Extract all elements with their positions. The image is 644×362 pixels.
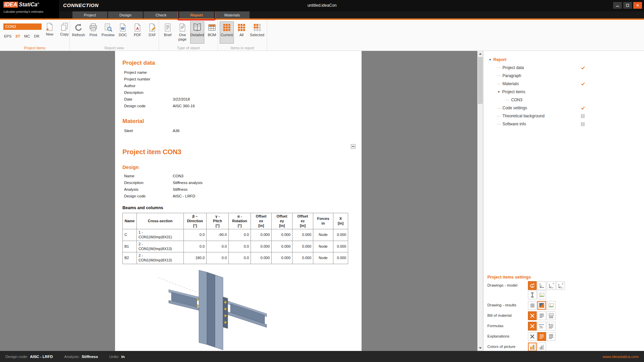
table-cell: 1 - CON1(W(Imp)8X31) — [137, 229, 184, 241]
close-icon — [636, 4, 639, 7]
axonometry-z-icon[interactable]: Z — [556, 281, 565, 290]
chart-gray-icon[interactable] — [537, 343, 546, 351]
info-row: Design codeAISC - LRFD — [122, 193, 354, 199]
ribbon-group-type-of-report: BriefOne pageDetailedBOM Type of report — [159, 20, 218, 51]
list-detailed-icon[interactable] — [547, 332, 555, 341]
tab-project[interactable]: Project — [72, 11, 107, 18]
tree-item-paragraph[interactable]: Paragraph — [483, 72, 644, 80]
app-root: IDEAStatiCa® Calculate yesterday's estim… — [0, 0, 644, 362]
tree-connector — [497, 76, 501, 76]
new-button[interactable]: New — [43, 21, 57, 43]
table-cell: 0.000 — [333, 229, 348, 241]
type-button-eps[interactable]: EPS — [4, 34, 11, 38]
selected-button[interactable]: Selected — [249, 21, 265, 44]
table-cell: 0.000 — [292, 252, 313, 264]
none-icon[interactable] — [528, 311, 537, 320]
picture-icon[interactable] — [537, 291, 546, 299]
print-button[interactable]: Print — [86, 21, 100, 44]
tree-item-project-items[interactable]: ▾Project items — [483, 88, 644, 96]
axonometry-icon[interactable] — [537, 281, 546, 290]
colored-result-icon[interactable] — [537, 301, 546, 310]
tab-materials[interactable]: Materials — [215, 11, 250, 18]
section-title-design: Design — [122, 165, 354, 170]
items-in-report-buttons: CurrentAllSelected — [219, 20, 265, 44]
pdf-button[interactable]: APDF — [130, 21, 145, 44]
scroll-down-icon[interactable] — [478, 345, 483, 351]
type-button-mc[interactable]: MC — [24, 34, 30, 38]
scrollbar-thumb[interactable] — [478, 57, 483, 104]
rotate-3d-icon[interactable] — [528, 281, 537, 290]
close-button[interactable] — [633, 2, 642, 9]
one-page-button[interactable]: One page — [175, 21, 190, 44]
preview-button[interactable]: Preview — [101, 21, 115, 44]
scroll-up-icon[interactable] — [478, 51, 483, 57]
mesh-icon[interactable] — [528, 301, 537, 310]
maximize-button[interactable] — [623, 2, 632, 9]
tree-item-software-info[interactable]: Software info — [483, 120, 644, 128]
none-icon[interactable] — [528, 332, 537, 341]
type-button-dr[interactable]: DR — [34, 34, 39, 38]
i-section-icon[interactable] — [528, 291, 537, 299]
group-label-type-of-report: Type of report — [159, 46, 218, 50]
picture-list-icon[interactable] — [547, 311, 555, 320]
refresh-button[interactable]: Refresh — [71, 21, 86, 44]
section-title-project-item: Project item CON3 — [122, 148, 354, 156]
check-icon[interactable] — [581, 65, 585, 70]
tree-item-code-settings[interactable]: Code settings — [483, 104, 644, 112]
formula-detailed-icon[interactable] — [547, 322, 555, 330]
table-cell: Node — [313, 241, 333, 252]
info-value: AISC - LRFD — [173, 194, 195, 198]
project-item-select[interactable]: CON3 — [3, 23, 42, 30]
tree-item-report[interactable]: ▾Report — [483, 56, 644, 64]
column-header: γ - Pitch [°] — [207, 213, 229, 229]
tab-check[interactable]: Check — [144, 11, 178, 18]
tree-item-project-data[interactable]: Project data — [483, 64, 644, 72]
brief-button[interactable]: Brief — [161, 21, 175, 44]
picture-icon[interactable] — [547, 301, 555, 310]
tab-report[interactable]: Report — [179, 11, 214, 18]
list-icon[interactable] — [537, 311, 546, 320]
tree-item-label: Code settings — [502, 106, 527, 110]
settings-row: Explanations — [487, 332, 644, 341]
formula-brief-icon[interactable] — [537, 322, 546, 330]
tree-item-materials[interactable]: Materials — [483, 80, 644, 88]
table-cell: 0.000 — [292, 241, 313, 252]
svg-text:Z: Z — [562, 283, 564, 285]
tree-item-label: Paragraph — [502, 73, 521, 78]
settings-row-label: Formulas — [487, 322, 528, 328]
column-header: Cross-section — [137, 213, 184, 229]
none-icon[interactable] — [528, 322, 537, 330]
current-button[interactable]: Current — [220, 21, 234, 44]
axonometry-y-icon[interactable]: Y — [547, 281, 555, 290]
settings-row: Drawing - results — [487, 301, 644, 310]
type-button-st[interactable]: ST — [15, 34, 20, 38]
bom-button[interactable]: BOM — [205, 21, 219, 44]
check-icon[interactable] — [581, 81, 585, 86]
expander-icon[interactable]: ▾ — [488, 58, 492, 61]
design-code-label: Design code: — [5, 355, 28, 359]
copy-button[interactable]: Copy — [57, 21, 71, 43]
settings-row-label: Bill of material — [487, 311, 528, 317]
vertical-scrollbar[interactable] — [477, 51, 483, 351]
tab-design[interactable]: Design — [108, 11, 143, 18]
all-button[interactable]: All — [234, 21, 249, 44]
checkbox-icon[interactable] — [581, 114, 585, 118]
minimize-button[interactable] — [613, 2, 622, 9]
doc-button[interactable]: WDOC — [116, 21, 130, 44]
tree-item-con3[interactable]: CON3 — [483, 96, 644, 104]
project-items-settings-rows: Drawings - modelYZDrawing - resultsBill … — [487, 281, 644, 351]
collapse-section-button[interactable] — [351, 144, 356, 149]
website-link[interactable]: www.ideastatica.com — [603, 355, 639, 359]
detailed-button[interactable]: Detailed — [190, 21, 204, 44]
tree-item-theoretical-background[interactable]: Theoretical background — [483, 112, 644, 120]
dxf-button[interactable]: DXF — [145, 21, 159, 44]
project-items-settings: Project items settings Drawings - modelY… — [483, 275, 644, 351]
list-icon[interactable] — [537, 332, 546, 341]
report-view-buttons: RefreshPrintPreviewWDOCAPDFDXF — [71, 20, 157, 44]
all-icon — [237, 23, 246, 32]
expander-icon[interactable]: ▾ — [497, 90, 501, 94]
checkbox-icon[interactable] — [581, 122, 585, 126]
chart-color-icon[interactable] — [528, 343, 537, 351]
check-icon[interactable] — [581, 106, 585, 110]
info-row: NameCON3 — [122, 173, 354, 179]
